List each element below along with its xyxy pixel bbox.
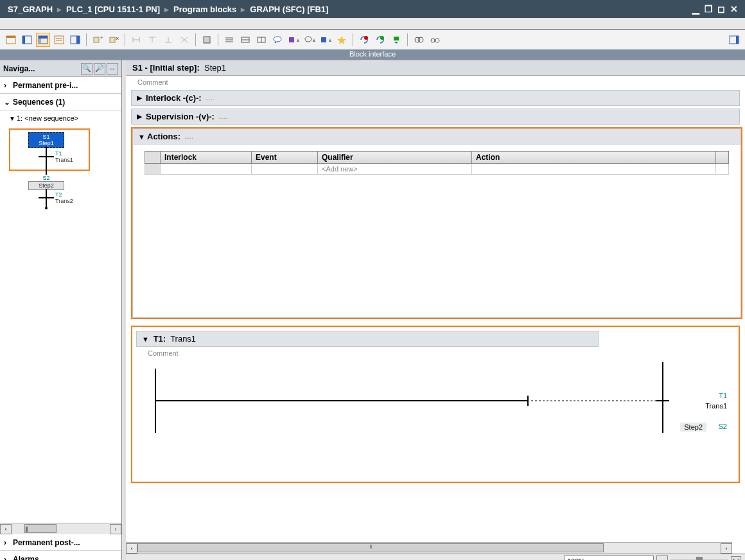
tb-block-icon[interactable]: [200, 33, 214, 47]
toolbar-separator: [125, 33, 125, 46]
tb-monitor-icon[interactable]: [412, 33, 426, 47]
breadcrumb-1[interactable]: PLC_1 [CPU 1511-1 PN]: [66, 4, 160, 14]
svg-rect-7: [55, 36, 64, 44]
trans-name: Trans1: [170, 334, 196, 344]
nav-permanent-post[interactable]: › Permanent post-...: [0, 534, 121, 551]
nav-header: Naviga... 🔍 🔎 ↔: [0, 60, 121, 77]
svg-rect-11: [76, 36, 80, 44]
chevron-down-icon: ⌄: [4, 98, 13, 107]
tb-tag1-icon[interactable]: ±: [286, 33, 301, 47]
triangle-down-icon: ▼: [9, 115, 17, 122]
tb-branch1-icon[interactable]: [129, 33, 143, 47]
close-icon[interactable]: ✕: [728, 3, 740, 15]
editor-panel: S1 - [Initial step]: Step1 Comment ▶ Int…: [126, 60, 745, 560]
tb-panel-icon[interactable]: [727, 33, 741, 47]
nav-sequence-1[interactable]: ▼ 1: <new sequence>: [0, 110, 121, 126]
breadcrumb-0[interactable]: S7_GRAPH: [8, 4, 53, 14]
tb-goto1-icon[interactable]: [357, 33, 371, 47]
tb-tag2-icon[interactable]: ±: [302, 33, 317, 47]
th-rownum: [145, 152, 161, 164]
th-interlock[interactable]: Interlock: [161, 152, 252, 164]
transition-header[interactable]: ▼ T1: Trans1: [136, 331, 599, 347]
svg-rect-3: [22, 36, 25, 44]
dots-icon: .....: [184, 133, 193, 140]
zoom-input[interactable]: [564, 556, 654, 561]
interlock-section[interactable]: ▶ Interlock -(c)-: .....: [131, 90, 740, 106]
step-header-name: Step1: [204, 63, 226, 73]
tb-view3-icon[interactable]: [36, 33, 50, 47]
tb-branch3-icon[interactable]: [161, 33, 175, 47]
restore-icon[interactable]: ❐: [703, 3, 714, 15]
th-action[interactable]: Action: [472, 152, 716, 164]
tb-list1-icon[interactable]: [222, 33, 236, 47]
sfc-step-s1[interactable]: S1 Step1: [28, 132, 64, 148]
fit-icon[interactable]: ↔: [107, 63, 118, 74]
block-interface-bar: Block interface ▴ ▾: [0, 49, 745, 60]
tb-star-icon[interactable]: [335, 33, 349, 47]
tb-view5-icon[interactable]: [68, 33, 82, 47]
sfc-t2-id: T2: [55, 191, 73, 198]
tb-delete-step-icon[interactable]: ×: [107, 33, 121, 47]
add-new-cell[interactable]: <Add new>: [318, 164, 472, 175]
navigation-panel: Naviga... 🔍 🔎 ↔ › Permanent pre-i... ⌄ S…: [0, 60, 122, 560]
nav-sfc-canvas[interactable]: S1 Step1 T1 Trans1 S2 Step2 T2 Trans: [0, 126, 121, 523]
ladder-s2-name[interactable]: Step2: [680, 423, 706, 432]
tb-comment-icon[interactable]: [270, 33, 285, 47]
nav-sequences[interactable]: ⌄ Sequences (1): [0, 94, 121, 110]
step-header: S1 - [Initial step]: Step1: [126, 60, 745, 76]
dots-icon: .....: [218, 113, 227, 120]
tb-list3-icon[interactable]: [254, 33, 268, 47]
toolbar-separator: [353, 33, 353, 46]
toolbar-separator: [218, 33, 218, 46]
transition-ladder[interactable]: T1 Trans1 Step2 S2: [136, 362, 735, 478]
scroll-left-icon[interactable]: ‹: [0, 524, 12, 534]
zoom-slider-thumb[interactable]: [696, 557, 703, 561]
transition-area: ▼ T1: Trans1 Comment T1 Trans1 Step2 S2: [131, 326, 740, 483]
svg-rect-14: [110, 37, 115, 42]
tb-tag3-icon[interactable]: ±: [319, 33, 333, 47]
nav-title: Naviga...: [3, 64, 35, 73]
zoom-expand-icon[interactable]: ⛶: [731, 556, 741, 561]
tb-view2-icon[interactable]: [20, 33, 34, 47]
breadcrumb-sep: ▸: [57, 4, 62, 14]
step-comment[interactable]: Comment: [126, 76, 745, 89]
nav-hscrollbar[interactable]: ‹ ⦀ ›: [0, 523, 121, 534]
scroll-left-icon[interactable]: ‹: [126, 543, 137, 554]
trans-comment[interactable]: Comment: [136, 347, 735, 360]
scroll-right-icon[interactable]: ›: [110, 524, 121, 534]
tb-insert-step-icon[interactable]: +: [91, 33, 105, 47]
tb-goto2-icon[interactable]: [373, 33, 387, 47]
th-qualifier[interactable]: Qualifier: [318, 152, 472, 164]
nav-permanent-pre[interactable]: › Permanent pre-i...: [0, 77, 121, 94]
tb-branch4-icon[interactable]: [177, 33, 191, 47]
svg-point-35: [305, 37, 311, 42]
breadcrumb-3[interactable]: GRAPH (SFC) [FB1]: [250, 4, 328, 14]
tb-download-icon[interactable]: [389, 33, 403, 47]
triangle-down-icon: ▼: [142, 335, 151, 343]
scroll-right-icon[interactable]: ›: [721, 543, 732, 554]
maximize-icon[interactable]: ◻: [715, 3, 727, 15]
nav-alarms[interactable]: › Alarms: [0, 551, 121, 560]
th-event[interactable]: Event: [252, 152, 318, 164]
svg-rect-39: [394, 37, 399, 40]
actions-section[interactable]: ▼ Actions: .....: [132, 128, 741, 144]
breadcrumb-2[interactable]: Program blocks: [173, 4, 236, 14]
scroll-thumb[interactable]: ⦀: [24, 524, 57, 533]
tb-view1-icon[interactable]: [4, 33, 18, 47]
step-header-prefix: S1 - [Initial step]:: [132, 63, 200, 73]
triangle-down-icon: ▼: [138, 133, 147, 141]
scroll-thumb[interactable]: ⦀: [137, 543, 604, 552]
tb-list2-icon[interactable]: [238, 33, 252, 47]
toolbar-separator: [195, 33, 196, 46]
sfc-t2-name: Trans2: [55, 198, 73, 204]
supervision-section[interactable]: ▶ Supervision -(v)-: .....: [131, 109, 740, 125]
editor-hscrollbar[interactable]: ‹ ⦀ ›: [126, 542, 732, 554]
tb-branch2-icon[interactable]: [145, 33, 159, 47]
tb-view4-icon[interactable]: [52, 33, 66, 47]
minimize-icon[interactable]: ▁: [690, 3, 701, 15]
tb-glasses-icon[interactable]: [428, 33, 442, 47]
zoom-out-icon[interactable]: 🔎: [94, 63, 105, 74]
zoom-in-icon[interactable]: 🔍: [81, 63, 92, 74]
zoom-dropdown-icon[interactable]: ▾: [656, 556, 668, 561]
table-row[interactable]: <Add new>: [145, 164, 729, 175]
